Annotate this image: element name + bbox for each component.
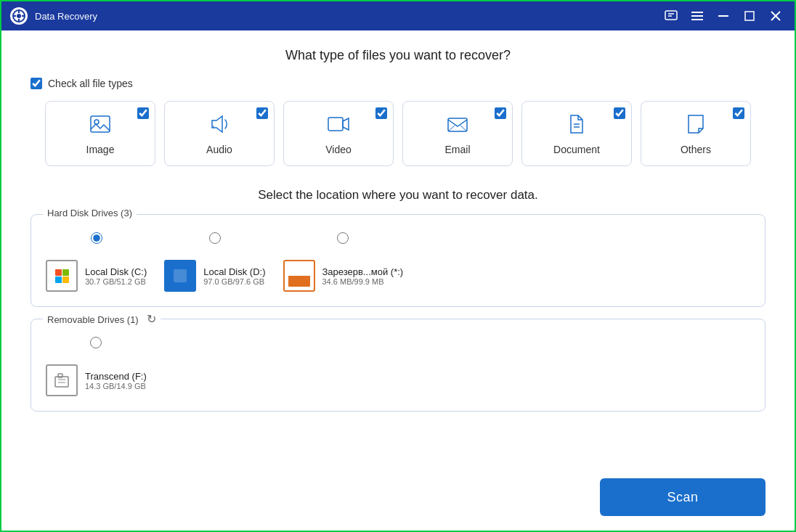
video-checkbox[interactable] <box>375 107 387 119</box>
maximize-button[interactable] <box>739 6 760 26</box>
svg-rect-19 <box>328 118 343 131</box>
drive-reserved-item: Зарезерв...мой (*:) 34.6 MB/99.9 MB <box>283 260 404 292</box>
svg-rect-13 <box>745 12 754 20</box>
refresh-icon[interactable]: ↻ <box>147 313 156 325</box>
audio-label: Audio <box>206 144 232 155</box>
svg-rect-24 <box>55 377 68 387</box>
drive-c-radio[interactable] <box>91 232 102 244</box>
svg-rect-16 <box>91 116 110 132</box>
email-icon <box>446 112 469 139</box>
drive-f-item: Transcend (F:) 14.3 GB/14.9 GB <box>46 364 147 396</box>
file-types-title: What type of files you want to recover? <box>31 48 765 63</box>
drive-reserved-icon <box>283 260 315 292</box>
removable-drives-label: Removable Drives (1) ↻ <box>43 312 161 326</box>
svg-point-17 <box>94 120 99 124</box>
others-icon <box>684 112 707 139</box>
drive-d-icon <box>164 260 196 292</box>
removable-drives-section: Removable Drives (1) ↻ <box>31 319 765 412</box>
svg-rect-20 <box>448 118 467 131</box>
audio-icon <box>208 112 231 139</box>
file-type-video[interactable]: Video <box>283 101 394 166</box>
image-icon <box>89 112 112 139</box>
file-type-audio[interactable]: Audio <box>164 101 275 166</box>
drive-f-info: Transcend (F:) 14.3 GB/14.9 GB <box>85 371 147 390</box>
check-all-checkbox[interactable] <box>31 78 42 89</box>
drive-d-radio[interactable] <box>209 232 221 244</box>
app-window: Data Recovery What type of files you wan… <box>0 0 796 532</box>
main-content: What type of files you want to recover? … <box>1 30 795 470</box>
drive-d-item: Local Disk (D:) 97.0 GB/97.6 GB <box>164 260 265 292</box>
removable-drives-list: Transcend (F:) 14.3 GB/14.9 GB <box>46 331 750 396</box>
drive-reserved-radio[interactable] <box>337 232 349 244</box>
document-label: Document <box>553 144 600 155</box>
drive-c-info: Local Disk (C:) 30.7 GB/51.2 GB <box>85 266 147 286</box>
drive-d-info: Local Disk (D:) 97.0 GB/97.6 GB <box>203 266 265 286</box>
hard-disk-drives-section: Hard Disk Drives (3) <box>31 214 765 307</box>
drive-f-size: 14.3 GB/14.9 GB <box>85 382 147 390</box>
menu-button[interactable] <box>687 6 707 26</box>
drive-c-name: Local Disk (C:) <box>85 266 147 277</box>
file-type-document[interactable]: Document <box>521 101 632 166</box>
svg-rect-23 <box>174 269 187 282</box>
audio-checkbox[interactable] <box>256 107 268 119</box>
drives-list: Local Disk (C:) 30.7 GB/51.2 GB <box>46 226 750 292</box>
file-type-email[interactable]: Email <box>402 101 513 166</box>
chat-button[interactable] <box>661 6 681 26</box>
drive-reserved-size: 34.6 MB/99.9 MB <box>322 277 404 286</box>
minimize-button[interactable] <box>713 6 734 26</box>
window-controls <box>661 6 786 26</box>
file-type-image[interactable]: Image <box>45 101 155 166</box>
window-title: Data Recovery <box>35 11 654 22</box>
drive-c-wrap[interactable]: Local Disk (C:) 30.7 GB/51.2 GB <box>46 232 147 292</box>
drive-c-item: Local Disk (C:) 30.7 GB/51.2 GB <box>46 260 147 292</box>
hard-disk-drives-label: Hard Disk Drives (3) <box>43 208 137 218</box>
location-title: Select the location where you want to re… <box>31 188 765 202</box>
check-all-label[interactable]: Check all file types <box>48 78 133 89</box>
svg-rect-25 <box>58 374 62 377</box>
close-button[interactable] <box>765 6 786 26</box>
app-logo <box>10 7 28 25</box>
svg-point-1 <box>17 14 21 18</box>
footer: Scan <box>1 470 795 531</box>
email-label: Email <box>444 144 470 155</box>
image-label: Image <box>86 144 115 155</box>
drive-reserved-wrap[interactable]: Зарезерв...мой (*:) 34.6 MB/99.9 MB <box>283 232 404 292</box>
drive-f-radio[interactable] <box>90 337 102 348</box>
drive-c-icon <box>46 260 78 292</box>
others-checkbox[interactable] <box>733 107 744 119</box>
drive-f-name: Transcend (F:) <box>85 371 147 382</box>
file-type-others[interactable]: Others <box>641 101 751 166</box>
titlebar: Data Recovery <box>1 1 795 30</box>
check-all-row: Check all file types <box>31 78 765 89</box>
drive-d-name: Local Disk (D:) <box>203 266 265 277</box>
drive-reserved-name: Зарезерв...мой (*:) <box>322 266 404 277</box>
svg-rect-6 <box>665 11 677 20</box>
drive-f-icon <box>46 364 78 396</box>
drive-reserved-info: Зарезерв...мой (*:) 34.6 MB/99.9 MB <box>322 266 404 286</box>
drive-d-wrap[interactable]: Local Disk (D:) 97.0 GB/97.6 GB <box>164 232 265 292</box>
others-label: Others <box>681 144 711 155</box>
image-checkbox[interactable] <box>137 107 149 119</box>
email-checkbox[interactable] <box>495 107 506 119</box>
document-icon <box>565 112 588 139</box>
drive-c-size: 30.7 GB/51.2 GB <box>85 277 147 286</box>
scan-button[interactable]: Scan <box>600 478 765 516</box>
video-icon <box>327 112 350 139</box>
drive-d-size: 97.0 GB/97.6 GB <box>203 277 265 286</box>
video-label: Video <box>325 144 352 155</box>
drive-f-wrap[interactable]: Transcend (F:) 14.3 GB/14.9 GB <box>46 337 147 396</box>
document-checkbox[interactable] <box>614 107 625 119</box>
file-types-grid: Image Audio <box>31 101 765 166</box>
